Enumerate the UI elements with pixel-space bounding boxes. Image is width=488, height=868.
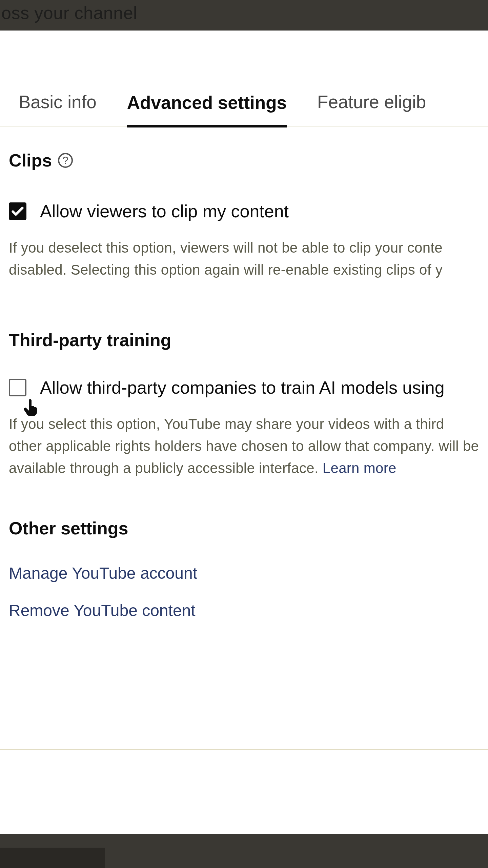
clips-help-text: If you deselect this option, viewers wil…: [9, 237, 479, 281]
settings-panel: Basic info Advanced settings Feature eli…: [0, 31, 488, 834]
third-party-checkbox-label: Allow third-party companies to train AI …: [40, 377, 445, 398]
help-icon[interactable]: ?: [58, 153, 73, 168]
third-party-title: Third-party training: [9, 330, 479, 350]
third-party-help-text: If you select this option, YouTube may s…: [9, 413, 479, 479]
other-settings-title: Other settings: [9, 518, 479, 538]
third-party-checkbox[interactable]: [9, 379, 26, 396]
learn-more-link[interactable]: Learn more: [323, 460, 396, 476]
remove-content-link[interactable]: Remove YouTube content: [9, 601, 479, 620]
clips-checkbox-label: Allow viewers to clip my content: [40, 201, 289, 221]
banner-fragment: oss your channel: [0, 0, 139, 26]
clips-checkbox[interactable]: [9, 202, 26, 220]
manage-account-link[interactable]: Manage YouTube account: [9, 564, 479, 583]
tab-feature-eligibility[interactable]: Feature eligib: [317, 92, 426, 126]
tabs-bar: Basic info Advanced settings Feature eli…: [0, 31, 488, 126]
tab-basic-info[interactable]: Basic info: [19, 92, 97, 126]
divider: [0, 749, 488, 750]
clips-title: Clips: [9, 150, 52, 171]
footer-fragment: [0, 848, 105, 868]
tab-advanced-settings[interactable]: Advanced settings: [127, 92, 287, 127]
